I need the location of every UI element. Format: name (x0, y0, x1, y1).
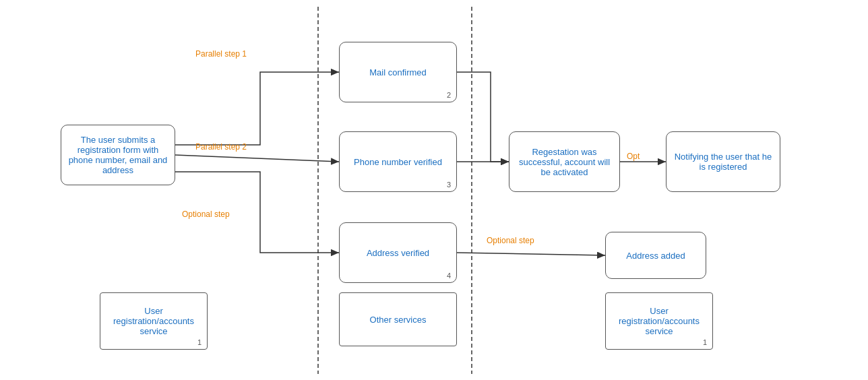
parallel-step-1-label: Parallel step 1 (195, 47, 247, 59)
registration-success-label: Regestation was successful, account will… (515, 147, 614, 177)
user-reg-service-right-label: User registration/accounts service (611, 306, 707, 336)
address-added-label: Address added (626, 251, 685, 261)
optional-step-right-label: Optional step (487, 234, 534, 246)
address-verified-number: 4 (447, 272, 451, 280)
phone-verified-node: Phone number verified 3 (339, 131, 457, 192)
address-added-node: Address added (605, 232, 706, 279)
phone-verified-label: Phone number verified (354, 157, 442, 167)
mail-confirmed-number: 2 (447, 91, 451, 99)
user-reg-service-right-number: 1 (703, 338, 707, 346)
user-reg-service-left-label: User registration/accounts service (106, 306, 202, 336)
user-reg-service-left-node: User registration/accounts service 1 (100, 292, 208, 350)
diagram: The user submits a registration form wit… (0, 0, 868, 380)
svg-line-6 (457, 253, 605, 255)
submit-form-label: The user submits a registration form wit… (67, 135, 169, 175)
mail-confirmed-label: Mail confirmed (369, 67, 427, 77)
address-verified-node: Address verified 4 (339, 222, 457, 283)
opt-label: Opt (627, 150, 640, 162)
optional-step-left-label: Optional step (182, 208, 230, 220)
svg-line-3 (175, 155, 339, 162)
notifying-label: Notifying the user that he is registered (672, 152, 774, 172)
registration-success-node: Regestation was successful, account will… (509, 131, 620, 192)
other-services-label: Other services (370, 315, 427, 325)
address-verified-label: Address verified (367, 248, 429, 258)
notifying-node: Notifying the user that he is registered (666, 131, 780, 192)
user-reg-service-right-node: User registration/accounts service 1 (605, 292, 713, 350)
other-services-node: Other services (339, 292, 457, 346)
user-reg-service-left-number: 1 (197, 338, 202, 346)
submit-form-node: The user submits a registration form wit… (61, 125, 175, 185)
mail-confirmed-node: Mail confirmed 2 (339, 42, 457, 102)
parallel-step-2-label: Parallel step 2 (195, 140, 247, 152)
phone-verified-number: 3 (447, 181, 451, 189)
